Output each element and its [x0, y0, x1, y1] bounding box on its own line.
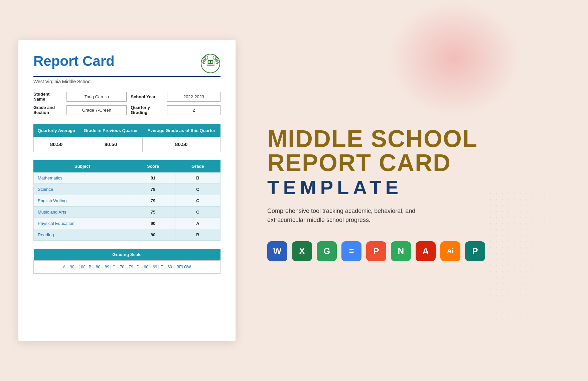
avg-val-1: 80.50 [34, 137, 79, 152]
grade-section-value: Grade 7-Green [66, 105, 127, 115]
header-divider [33, 76, 220, 77]
subject-score: 80 [131, 229, 175, 241]
left-panel: Report Card 📖 West Virginia Middle Sch [0, 0, 254, 381]
student-info-grid: Student Name Tariq Carrillo School Year … [33, 92, 220, 115]
grading-scale-table: Grading Scale A – 90 – 100 | B – 80 – 89… [33, 249, 220, 274]
student-name-value: Tariq Carrillo [66, 92, 127, 102]
student-name-label: Student Name [33, 92, 62, 102]
avg-header-2: Grade in Previous Quarter [79, 125, 142, 137]
quarterly-grading-value: 2 [167, 105, 220, 115]
subject-grade: B [175, 172, 220, 184]
table-row: English Writing 79 C [34, 195, 220, 207]
subject-score: 81 [131, 172, 175, 184]
app-icon-acrobat: A [416, 241, 436, 261]
table-row: Physical Education 90 A [34, 218, 220, 229]
subject-name: Science [34, 184, 131, 195]
app-icon-numbers: N [391, 241, 411, 261]
avg-val-2: 80.50 [79, 137, 142, 152]
app-icon-sheets: G [317, 241, 337, 261]
app-icon-illustrator: Ai [440, 241, 460, 261]
subject-header-score: Score [131, 160, 175, 172]
subject-grade: C [175, 195, 220, 207]
app-icon-docs: ≡ [341, 241, 361, 261]
subject-name: English Writing [34, 195, 131, 207]
app-icon-word: W [267, 241, 287, 261]
app-icon-excel: X [292, 241, 312, 261]
subject-name: Reading [34, 229, 131, 241]
avg-val-3: 80.50 [142, 137, 220, 152]
subject-grade: B [175, 229, 220, 241]
report-card: Report Card 📖 West Virginia Middle Sch [18, 40, 236, 341]
table-row: Science 78 C [34, 184, 220, 195]
school-name: West Virginia Middle School [33, 79, 220, 84]
subject-score: 90 [131, 218, 175, 229]
promo-title-block: MIDDLE SCHOOL REPORT CARD TEMPLATE [267, 127, 568, 199]
subject-header-subject: Subject [34, 160, 131, 172]
report-title: Report Card [33, 53, 115, 69]
quarterly-grading-label: Quarterly Grading [131, 105, 163, 115]
subject-name: Physical Education [34, 218, 131, 229]
subject-name: Music and Arts [34, 207, 131, 218]
grade-section-label: Grade and Section [33, 105, 62, 115]
avg-header-3: Average Grade as of this Quarter [142, 125, 220, 137]
table-row: Mathematics 81 B [34, 172, 220, 184]
subject-table: Subject Score Grade Mathematics 81 B Sci… [33, 160, 220, 241]
grading-scale-header: Grading Scale [34, 249, 220, 261]
table-row: Reading 80 B [34, 229, 220, 241]
svg-rect-10 [211, 61, 212, 63]
subject-grade: A [175, 218, 220, 229]
subject-score: 75 [131, 207, 175, 218]
promo-title-line2: REPORT CARD [267, 151, 568, 175]
subject-score: 79 [131, 195, 175, 207]
subject-header-grade: Grade [175, 160, 220, 172]
school-year-label: School Year [131, 94, 163, 99]
subject-grade: C [175, 184, 220, 195]
subject-grade: C [175, 207, 220, 218]
promo-title-line1: MIDDLE SCHOOL [267, 127, 568, 151]
right-panel: MIDDLE SCHOOL REPORT CARD TEMPLATE Compr… [254, 0, 588, 381]
grading-scale-value: A – 90 – 100 | B – 80 – 89 | C – 70 – 79… [34, 261, 220, 274]
subject-name: Mathematics [34, 172, 131, 184]
promo-subtitle: TEMPLATE [267, 176, 568, 199]
app-icon-pages: P [366, 241, 386, 261]
school-year-value: 2022-2023 [167, 92, 220, 102]
school-logo-icon: 📖 [200, 53, 220, 74]
svg-rect-9 [208, 61, 210, 63]
table-row: Music and Arts 75 C [34, 207, 220, 218]
avg-header-1: Quarterly Average [34, 125, 79, 137]
report-header: Report Card 📖 [33, 53, 220, 74]
subject-score: 78 [131, 184, 175, 195]
app-icon-publisher: P [465, 241, 485, 261]
app-icons-row: WXG≡PNAAiP [267, 241, 568, 261]
average-table: Quarterly Average Grade in Previous Quar… [33, 124, 220, 152]
promo-description: Comprehensive tool tracking academic, be… [267, 207, 428, 225]
